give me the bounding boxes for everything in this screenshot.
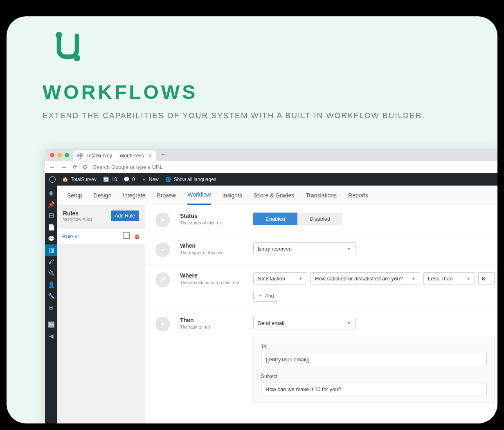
when-desc: The trigger of this rule: [180, 250, 243, 255]
then-row: Then The task to run Send email ▼: [145, 309, 497, 410]
tab-score-grades[interactable]: Score & Grades: [254, 186, 295, 204]
forward-button[interactable]: →: [61, 163, 67, 170]
wp-logo[interactable]: [49, 176, 56, 183]
chevron-down-icon: ▼: [466, 276, 470, 281]
new-tab-button[interactable]: +: [159, 151, 168, 159]
sidebar-plugins-icon[interactable]: 🔌: [45, 267, 57, 279]
duplicate-rule-icon[interactable]: [124, 233, 130, 239]
add-condition-button[interactable]: ＋ And: [253, 290, 278, 302]
then-action-select[interactable]: Send email ▼: [253, 317, 356, 329]
tab-setup[interactable]: Setup: [67, 186, 82, 204]
wp-languages-label: Show all languages: [174, 177, 216, 182]
sidebar-comments-icon[interactable]: 💬: [45, 233, 57, 244]
browser-address-bar: ← → ⟳ G Search Google or type a URL: [45, 161, 497, 173]
reload-button[interactable]: ⟳: [73, 164, 77, 170]
subject-input[interactable]: [261, 383, 487, 396]
window-controls: [50, 153, 69, 157]
sidebar-settings-icon[interactable]: ⊞: [45, 302, 57, 313]
close-window-button[interactable]: [50, 153, 54, 157]
app-tabs: Setup Design Integrate Browse Workflow I…: [57, 186, 497, 205]
hero-title: WORKFLOWS: [43, 81, 198, 103]
where-desc: The conditions to run this rule: [180, 280, 243, 285]
when-select[interactable]: Entry received ▼: [253, 242, 356, 255]
wp-new-label: New: [149, 177, 159, 182]
to-input[interactable]: [261, 353, 487, 366]
wp-site-link[interactable]: 🏠 TotalSurvey: [62, 177, 97, 182]
sidebar-collapse-icon[interactable]: ◀: [45, 330, 57, 342]
where-question-select[interactable]: How satisfied or dissatisfied are you? ▼: [310, 272, 420, 285]
bolt-icon: [155, 317, 170, 331]
browser-tab[interactable]: TotalSurvey — WordPress ✕: [73, 150, 156, 161]
chevron-down-icon: ▼: [347, 246, 351, 251]
browser-window: TotalSurvey — WordPress ✕ + ← → ⟳ G Sear…: [45, 149, 497, 423]
address-input[interactable]: Search Google or type a URL: [93, 164, 163, 170]
tab-design[interactable]: Design: [94, 186, 112, 204]
status-enabled-option[interactable]: Enabled: [253, 213, 297, 225]
when-value: Entry received: [258, 246, 292, 252]
check-icon: [155, 242, 170, 257]
status-disabled-option[interactable]: Disabled: [297, 213, 343, 225]
tab-workflow[interactable]: Workflow: [187, 186, 211, 205]
back-button[interactable]: ←: [49, 163, 55, 170]
play-icon: [155, 213, 170, 227]
sidebar-dashboard-icon[interactable]: ◉: [45, 187, 57, 199]
rules-subtitle: Workflow rules: [63, 217, 92, 222]
browser-tab-strip: TotalSurvey — WordPress ✕ +: [45, 149, 497, 161]
tab-title: TotalSurvey — WordPress: [86, 153, 144, 159]
minimize-window-button[interactable]: [57, 153, 62, 157]
chevron-down-icon: ▼: [299, 276, 303, 281]
wp-admin-bar: 🏠 TotalSurvey 🔄 10 💬 0 ＋ New 🌐 Show all …: [45, 173, 497, 186]
sidebar-media-icon[interactable]: 🎞: [45, 210, 57, 222]
wp-updates[interactable]: 🔄 10: [103, 177, 117, 182]
to-label: To: [261, 344, 487, 349]
email-config: To Subject: [253, 337, 495, 403]
where-operator-select[interactable]: Less Than ▼: [423, 272, 475, 285]
rule-name: Rule #1: [62, 233, 81, 240]
svg-point-1: [74, 55, 80, 61]
sidebar-appearance-icon[interactable]: 🖌: [45, 256, 57, 267]
wp-new[interactable]: ＋ New: [142, 176, 159, 183]
globe-icon: [77, 153, 83, 159]
where-operator-value: Less Than: [428, 275, 452, 282]
wp-sidebar: ◉ 📌 🎞 📄 💬 ▥ 🖌 🔌 👤 🔧 ⊞ 🔤 ◀: [45, 186, 57, 423]
tab-browse[interactable]: Browse: [157, 186, 176, 204]
then-title: Then: [180, 317, 243, 323]
delete-rule-icon[interactable]: 🗑: [134, 233, 140, 240]
status-title: Status: [180, 213, 243, 219]
sidebar-tools-icon[interactable]: 🔧: [45, 290, 57, 302]
then-desc: The task to run: [180, 325, 243, 329]
tab-insights[interactable]: Insights: [222, 186, 242, 204]
add-rule-button[interactable]: Add Rule: [111, 211, 139, 221]
sidebar-translate-icon[interactable]: 🔤: [45, 319, 57, 330]
when-row: When The trigger of this rule Entry rece…: [145, 235, 497, 265]
status-row: Status The status of this rule Enabled D…: [145, 205, 497, 235]
wrench-icon: [155, 272, 170, 287]
sidebar-survey-icon[interactable]: ▥: [45, 244, 57, 256]
sidebar-pin-icon[interactable]: 📌: [45, 199, 57, 210]
where-title: Where: [180, 272, 243, 279]
wp-comments[interactable]: 💬 0: [124, 177, 135, 182]
hero-card: WORKFLOWS EXTEND THE CAPABILITIES OF YOU…: [7, 16, 497, 423]
maximize-window-button[interactable]: [65, 153, 69, 157]
hero-subtitle: EXTEND THE CAPABILITIES OF YOUR SYSTEM W…: [43, 111, 425, 120]
where-row: Where The conditions to run this rule Sa…: [145, 265, 497, 309]
sidebar-pages-icon[interactable]: 📄: [45, 222, 57, 233]
where-field-select[interactable]: Satisfaction ▼: [253, 272, 307, 285]
wp-updates-count: 10: [112, 177, 117, 182]
wp-languages[interactable]: 🌐 Show all languages: [165, 177, 216, 182]
rule-item[interactable]: Rule #1 🗑: [57, 229, 145, 244]
sidebar-users-icon[interactable]: 👤: [45, 279, 57, 290]
tab-translations[interactable]: Translations: [306, 186, 337, 204]
chevron-down-icon: ▼: [412, 276, 416, 281]
close-tab-icon[interactable]: ✕: [148, 153, 152, 159]
status-desc: The status of this rule: [180, 220, 243, 225]
wp-site-name: TotalSurvey: [71, 177, 97, 182]
subject-label: Subject: [261, 374, 487, 379]
google-icon: G: [83, 164, 87, 170]
chevron-down-icon: ▼: [347, 321, 351, 325]
where-field-value: Satisfaction: [258, 275, 285, 282]
where-value-input[interactable]: [478, 272, 495, 285]
tab-integrate[interactable]: Integrate: [123, 186, 145, 204]
tab-reports[interactable]: Reports: [348, 186, 368, 204]
status-toggle: Enabled Disabled: [253, 213, 342, 225]
